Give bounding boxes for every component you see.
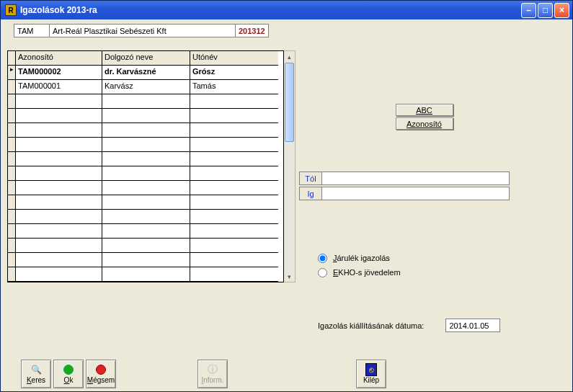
range-from-label: Tól [299,172,322,185]
titlebar: R Igazolások 2013-ra – □ × [1,1,572,19]
binoculars-icon [30,364,42,375]
period: 201312 [236,24,269,37]
minimize-button[interactable]: – [521,3,536,18]
range-to-label: Ig [299,187,322,200]
table-row[interactable] [8,195,283,210]
table-row[interactable] [8,224,283,239]
table-row[interactable] [8,123,283,138]
table-row[interactable] [8,267,283,282]
radio-ekho-label[interactable]: EKHO-s jövedelem [333,268,401,277]
table-row[interactable] [8,138,283,152]
table-row[interactable]: TAM000002dr. KarvásznéGrósz [8,66,283,80]
app-icon: R [5,4,17,16]
right-panel: ABC Azonosító Tól Ig Járulék igazolás [303,88,545,280]
cert-type-radios: Járulék igazolás EKHO-s jövedelem [318,251,545,280]
table-row[interactable] [8,109,283,123]
header-info: TAM Art-Reál Plasztikai Sebészeti Kft 20… [14,24,567,37]
exit-button[interactable]: ⎋ Kilép [356,360,386,388]
exit-icon: ⎋ [365,363,377,376]
scroll-down-icon[interactable]: ▾ [284,271,295,282]
table-row[interactable] [8,239,283,253]
radio-ekho[interactable] [318,268,327,277]
sort-id-button[interactable]: Azonosító [396,117,453,130]
company-code[interactable]: TAM [14,24,50,37]
maximize-button[interactable]: □ [538,3,553,18]
range-group: Tól Ig [299,172,545,200]
range-to-input[interactable] [322,187,510,200]
radio-jarulek[interactable] [318,254,327,263]
table-row[interactable] [8,181,283,195]
sort-abc-button[interactable]: ABC [396,104,453,116]
info-button: Inform. [197,360,228,388]
cancel-button[interactable]: Mégsem [86,360,116,388]
company-name: Art-Reál Plasztikai Sebészeti Kft [50,24,236,37]
search-button[interactable]: Keres [21,360,51,388]
issue-date-input[interactable] [445,318,500,332]
table-row[interactable] [8,94,283,109]
table-row[interactable] [8,166,283,181]
ok-icon [63,365,74,375]
action-buttons: Keres Ok Mégsem [21,360,116,388]
col-header-first[interactable]: Utónév [190,51,278,66]
issue-date-label: Igazolás kiállításának dátuma: [318,321,424,330]
grid-header: Azonosító Dolgozó neve Utónév [8,51,283,66]
ok-button[interactable]: Ok [53,360,84,388]
client-area: TAM Art-Reál Plasztikai Sebészeti Kft 20… [1,19,572,391]
table-row[interactable] [8,210,283,224]
table-row[interactable] [8,253,283,267]
col-header-name[interactable]: Dolgozó neve [102,51,190,66]
radio-jarulek-label[interactable]: Járulék igazolás [333,254,390,262]
cancel-icon [96,365,106,375]
scroll-up-icon[interactable]: ▴ [284,51,295,62]
window: R Igazolások 2013-ra – □ × TAM Art-Reál … [0,0,573,392]
col-header-id[interactable]: Azonosító [16,51,102,66]
scroll-thumb[interactable] [285,63,294,142]
sort-buttons: ABC Azonosító [303,104,545,130]
range-from-input[interactable] [322,172,510,185]
grid-scrollbar[interactable]: ▴ ▾ [284,50,296,282]
info-icon [207,364,218,375]
issue-date-row: Igazolás kiállításának dátuma: [318,318,500,332]
close-button[interactable]: × [554,3,569,18]
table-row[interactable] [8,152,283,166]
employee-grid[interactable]: Azonosító Dolgozó neve Utónév TAM000002d… [7,50,284,282]
table-row[interactable]: TAM000001KarvászTamás [8,80,283,94]
window-title: Igazolások 2013-ra [20,5,521,15]
